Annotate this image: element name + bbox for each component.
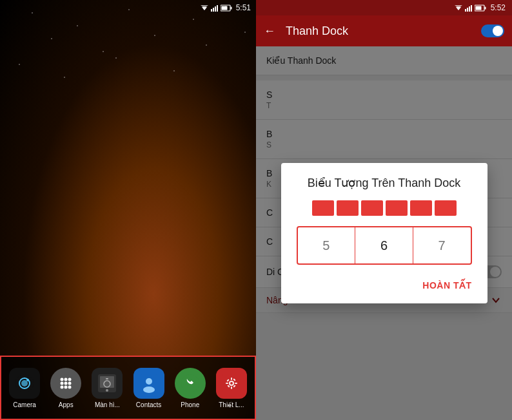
svg-rect-50 [484,6,486,9]
dock-toggle[interactable] [481,24,504,37]
svg-rect-5 [217,5,218,12]
screen-icon-wrapper [92,368,123,399]
svg-rect-36 [231,387,232,389]
svg-rect-35 [231,377,232,380]
signal-icon-right [465,4,473,12]
apps-icon-wrapper [50,368,81,399]
color-block-1[interactable] [312,200,334,216]
color-block-3[interactable] [361,200,383,216]
modal-overlay: Biểu Tượng Trên Thanh Dock 5 [256,46,512,420]
svg-rect-8 [221,6,227,10]
svg-rect-3 [213,8,214,12]
svg-rect-4 [215,6,216,12]
svg-rect-2 [211,9,212,12]
content-area: Kiểu Thanh Dock S T B S B K C C Di Ch [256,46,512,420]
svg-rect-37 [226,383,228,384]
camera-label: Camera [13,401,36,408]
phone-icon-wrapper [175,368,206,399]
number-selector: 5 6 7 [297,226,472,265]
signal-icon [211,4,219,12]
svg-point-16 [68,377,72,381]
dock-item-contacts[interactable]: Contacts [128,368,170,408]
color-block-5[interactable] [410,200,432,216]
svg-point-30 [143,387,155,393]
left-panel: 5:51 Camera [0,0,256,420]
modal-title: Biểu Tượng Trên Thanh Dock [281,163,487,200]
contacts-icon [139,373,159,394]
camera-icon [14,373,35,394]
camera-icon-wrapper [9,368,40,399]
svg-rect-38 [235,383,237,384]
battery-icon-right [475,5,486,12]
phone-label: Phone [181,401,199,408]
svg-point-18 [64,381,68,385]
status-bar-left: 5:51 [0,0,256,15]
svg-marker-1 [201,5,208,8]
app-bar: ← Thanh Dock [256,15,512,46]
svg-rect-45 [465,9,466,12]
settings-icon [221,373,242,394]
modal-actions: HOÀN TẤT [281,275,487,303]
stars-decoration [0,0,256,252]
dock-item-settings[interactable]: Thiết L... [211,368,252,408]
svg-point-29 [146,378,152,385]
dock-item-screen[interactable]: Màn hì... [86,368,128,408]
color-block-4[interactable] [386,200,408,216]
wifi-icon [200,4,209,12]
screen-icon [97,373,117,394]
settings-icon-wrapper [216,368,247,399]
num-7-label: 7 [438,238,446,253]
battery-icon [221,5,232,12]
num-item-5[interactable]: 5 [298,227,355,263]
svg-rect-51 [475,6,481,10]
num-5-label: 5 [322,238,330,253]
settings-label: Thiết L... [219,401,244,408]
num-item-6[interactable]: 6 [355,227,413,263]
color-block-6[interactable] [435,200,457,216]
status-bar-right: 5:52 [256,0,512,15]
dock-item-phone[interactable]: Phone [170,368,211,408]
svg-rect-47 [469,6,470,12]
back-button[interactable]: ← [264,24,275,38]
svg-rect-7 [230,6,231,9]
dock-item-apps[interactable]: Apps [45,368,86,408]
svg-point-14 [61,377,64,381]
contacts-icon-wrapper [133,368,164,399]
svg-point-19 [68,381,72,385]
modal-dialog: Biểu Tượng Trên Thanh Dock 5 [281,163,487,303]
svg-point-22 [68,385,72,388]
apps-icon [55,373,76,394]
svg-point-20 [61,385,64,388]
num-item-7[interactable]: 7 [413,227,471,263]
contacts-label: Contacts [136,401,161,408]
svg-rect-27 [106,378,108,379]
svg-point-21 [64,385,68,388]
dock-item-camera[interactable]: Camera [4,368,45,408]
svg-point-34 [230,382,233,385]
svg-point-25 [106,389,108,392]
apps-label: Apps [59,401,74,408]
right-panel: 5:52 ← Thanh Dock Kiểu Thanh Dock S T B … [256,0,512,420]
svg-point-17 [61,381,64,385]
done-button[interactable]: HOÀN TẤT [417,275,477,296]
svg-rect-48 [471,5,472,12]
dock: Camera Apps [0,356,256,420]
svg-point-11 [21,380,28,387]
num-6-label: 6 [380,238,388,253]
svg-rect-46 [467,8,468,12]
status-icons-left [200,4,232,12]
svg-marker-44 [455,5,462,8]
phone-icon [180,373,201,394]
color-blocks-row [281,200,487,226]
status-icons-right: 5:52 [454,3,506,12]
time-left: 5:51 [236,3,251,12]
color-block-2[interactable] [337,200,359,216]
svg-point-15 [64,377,68,381]
app-bar-title: Thanh Dock [286,24,471,38]
wifi-icon-right [454,4,463,12]
svg-rect-24 [100,376,114,388]
svg-point-12 [26,379,29,381]
time-right: 5:52 [491,3,506,12]
screen-label: Màn hì... [95,401,120,408]
